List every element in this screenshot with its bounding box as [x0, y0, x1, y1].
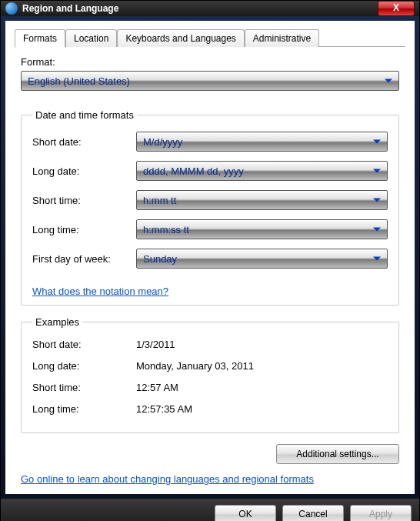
long-date-dropdown[interactable]: dddd, MMMM dd, yyyy [136, 161, 388, 181]
tabstrip: Formats Location Keyboards and Languages… [15, 28, 405, 47]
short-date-dropdown[interactable]: M/d/yyyy [136, 132, 388, 152]
short-date-value: M/d/yyyy [143, 136, 182, 148]
format-value: English (United States) [28, 75, 130, 87]
notation-link[interactable]: What does the notation mean? [32, 286, 168, 297]
examples-legend: Examples [32, 316, 82, 328]
first-day-dropdown[interactable]: Sunday [136, 249, 388, 269]
chevron-down-icon [373, 228, 381, 232]
long-time-value: h:mm:ss tt [143, 224, 189, 235]
ex-short-time-value: 12:57 AM [136, 382, 178, 393]
long-date-label: Long date: [32, 165, 136, 177]
examples-group: Examples Short date: 1/3/2011 Long date:… [21, 316, 399, 433]
first-day-value: Sunday [143, 253, 177, 265]
long-time-dropdown[interactable]: h:mm:ss tt [136, 219, 388, 239]
ex-long-date-value: Monday, January 03, 2011 [136, 360, 254, 372]
close-icon: X [393, 2, 399, 13]
additional-settings-button[interactable]: Additional settings... [276, 444, 399, 464]
tab-administrative[interactable]: Administrative [245, 29, 319, 47]
tabpage-formats: Format: English (United States) Date and… [15, 47, 405, 488]
cancel-button[interactable]: Cancel [282, 505, 344, 521]
ex-long-time-label: Long time: [32, 403, 136, 415]
date-time-legend: Date and time formats [32, 109, 137, 121]
long-time-label: Long time: [32, 224, 136, 235]
close-button[interactable]: X [378, 1, 415, 16]
ex-short-date-label: Short date: [32, 339, 136, 350]
chevron-down-icon [373, 199, 381, 202]
ex-short-date-value: 1/3/2011 [136, 339, 175, 350]
chevron-down-icon [373, 140, 381, 144]
tab-location[interactable]: Location [65, 29, 117, 47]
short-date-label: Short date: [32, 136, 136, 148]
region-language-window: Region and Language X Formats Location K… [0, 0, 420, 521]
short-time-label: Short time: [32, 195, 136, 206]
chevron-down-icon [385, 79, 392, 83]
short-time-dropdown[interactable]: h:mm tt [136, 190, 388, 210]
client-area: Formats Location Keyboards and Languages… [5, 21, 415, 494]
apply-button[interactable]: Apply [350, 505, 412, 521]
ex-long-time-value: 12:57:35 AM [136, 403, 192, 415]
ok-button[interactable]: OK [215, 505, 276, 521]
chevron-down-icon [373, 169, 381, 173]
ex-long-date-label: Long date: [32, 360, 136, 372]
globe-icon [5, 2, 18, 15]
format-label: Format: [21, 56, 399, 68]
chevron-down-icon [373, 257, 381, 261]
long-date-value: dddd, MMMM dd, yyyy [143, 165, 244, 177]
short-time-value: h:mm tt [143, 195, 176, 206]
dialog-footer: OK Cancel Apply [1, 499, 419, 521]
window-title: Region and Language [22, 3, 118, 14]
format-dropdown[interactable]: English (United States) [21, 71, 399, 91]
ex-short-time-label: Short time: [32, 382, 136, 393]
tab-formats[interactable]: Formats [15, 29, 65, 48]
date-time-formats-group: Date and time formats Short date: M/d/yy… [21, 109, 399, 306]
titlebar: Region and Language X [1, 1, 419, 16]
tab-keyboards-languages[interactable]: Keyboards and Languages [117, 29, 244, 47]
first-day-label: First day of week: [32, 253, 136, 265]
online-help-link[interactable]: Go online to learn about changing langua… [21, 473, 399, 485]
